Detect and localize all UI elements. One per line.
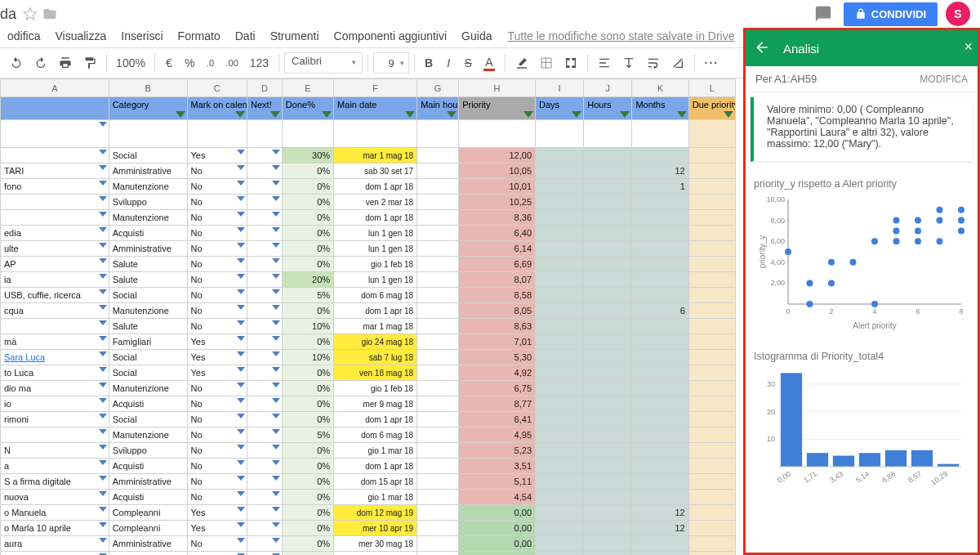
cell[interactable] — [247, 381, 283, 396]
cell[interactable]: aura — [1, 536, 109, 552]
cell[interactable]: Amministrative — [109, 474, 187, 490]
cell[interactable] — [1, 427, 109, 443]
cell[interactable] — [247, 319, 283, 334]
cell[interactable]: 0% — [282, 552, 333, 556]
cell[interactable] — [688, 427, 735, 443]
cell[interactable]: a — [1, 459, 109, 474]
cell[interactable] — [417, 443, 459, 459]
cell[interactable]: 5,23 — [459, 443, 536, 459]
cell[interactable]: o Marla 10 aprile — [1, 521, 109, 536]
cell[interactable]: 0% — [282, 241, 333, 257]
cell[interactable]: dom 1 apr 18 — [334, 412, 417, 427]
cell[interactable] — [247, 272, 283, 288]
cell[interactable] — [417, 505, 459, 521]
cell[interactable] — [688, 226, 735, 241]
cell[interactable]: 5,30 — [459, 350, 536, 365]
header-cell[interactable]: Mark on calendar — [187, 97, 247, 120]
column-header[interactable]: C — [187, 79, 247, 97]
cell[interactable] — [688, 474, 735, 490]
avatar[interactable]: S — [946, 2, 970, 26]
format-percent-button[interactable]: % — [180, 53, 199, 73]
cell[interactable]: No — [187, 459, 247, 474]
cell[interactable] — [584, 319, 632, 334]
cell[interactable] — [417, 474, 459, 490]
cell[interactable] — [247, 195, 283, 210]
cell[interactable] — [536, 120, 584, 148]
redo-button[interactable] — [29, 53, 52, 73]
cell[interactable] — [584, 427, 632, 443]
cell[interactable] — [688, 552, 735, 556]
cell[interactable]: No — [187, 179, 247, 195]
cell[interactable] — [584, 490, 632, 505]
cell[interactable]: gio 1 feb 18 — [334, 257, 417, 272]
header-cell[interactable]: Months — [632, 97, 688, 120]
cell[interactable]: sab 30 set 17 — [334, 163, 417, 179]
cell[interactable] — [632, 474, 688, 490]
cell[interactable] — [584, 443, 632, 459]
cell[interactable] — [417, 319, 459, 334]
close-icon[interactable]: × — [964, 38, 973, 56]
cell[interactable]: No — [187, 412, 247, 427]
cell[interactable]: 8,63 — [459, 319, 536, 334]
cell[interactable] — [584, 195, 632, 210]
cell[interactable]: Yes — [187, 365, 247, 381]
cell[interactable]: 8,77 — [459, 396, 536, 412]
cell[interactable]: ven 30 mar 18 — [334, 552, 417, 556]
cell[interactable]: No — [187, 396, 247, 412]
cell[interactable]: Compleanni — [109, 505, 187, 521]
cell[interactable]: lun 1 gen 18 — [334, 241, 417, 257]
cell[interactable] — [247, 427, 283, 443]
cell[interactable] — [417, 427, 459, 443]
cell[interactable]: Amministrative — [109, 552, 187, 556]
histogram-chart-card[interactable]: Istogramma di Priority_total4 1020300,00… — [746, 342, 978, 499]
cell[interactable]: Salute — [109, 272, 187, 288]
cell[interactable] — [688, 257, 735, 272]
cell[interactable]: No — [187, 210, 247, 226]
cell[interactable] — [536, 536, 584, 552]
cell[interactable] — [247, 148, 283, 163]
cell[interactable]: 0% — [282, 396, 333, 412]
cell[interactable]: Salute — [109, 319, 187, 334]
cell[interactable]: No — [187, 241, 247, 257]
cell[interactable] — [688, 288, 735, 303]
cell[interactable] — [417, 288, 459, 303]
cell[interactable] — [417, 241, 459, 257]
cell[interactable]: Amministrative — [109, 163, 187, 179]
more-button[interactable]: ··· — [700, 53, 724, 73]
cell[interactable] — [688, 521, 735, 536]
cell[interactable]: Acquisti — [109, 396, 187, 412]
cell[interactable] — [536, 505, 584, 521]
header-cell[interactable]: Main date — [334, 97, 417, 120]
v-align-button[interactable] — [617, 53, 640, 73]
cell[interactable]: Yes — [187, 148, 247, 163]
cell[interactable] — [417, 521, 459, 536]
cell[interactable]: 12,00 — [459, 148, 536, 163]
number-format-button[interactable]: 123 — [245, 53, 274, 73]
doc-title[interactable]: da — [0, 6, 16, 23]
cell[interactable]: 5,11 — [459, 474, 536, 490]
cell[interactable] — [688, 195, 735, 210]
font-select[interactable]: Calibri — [284, 52, 363, 74]
cell[interactable] — [247, 552, 283, 556]
cell[interactable]: No — [187, 381, 247, 396]
cell[interactable] — [584, 272, 632, 288]
header-cell[interactable]: Main hour — [417, 97, 459, 120]
print-button[interactable] — [54, 53, 77, 73]
cell[interactable]: o Manuela — [1, 505, 109, 521]
fill-color-button[interactable] — [510, 53, 533, 73]
cell[interactable] — [632, 396, 688, 412]
menu-item[interactable]: Formato — [171, 26, 228, 46]
cell[interactable] — [632, 459, 688, 474]
column-header[interactable]: L — [688, 79, 735, 97]
cell[interactable] — [417, 163, 459, 179]
cell[interactable]: No — [187, 257, 247, 272]
cell[interactable]: dom 1 apr 18 — [334, 459, 417, 474]
cell[interactable]: gio 1 mar 18 — [334, 490, 417, 505]
cell[interactable] — [632, 148, 688, 163]
cell[interactable]: cqua — [1, 303, 109, 319]
cell[interactable]: 0% — [282, 490, 333, 505]
cell[interactable] — [536, 474, 584, 490]
cell[interactable] — [632, 210, 688, 226]
cell[interactable] — [688, 412, 735, 427]
cell[interactable] — [584, 350, 632, 365]
